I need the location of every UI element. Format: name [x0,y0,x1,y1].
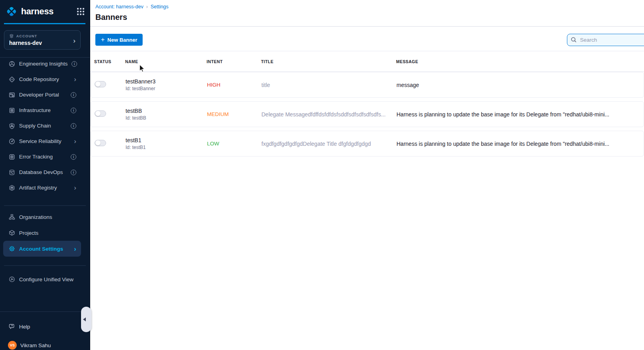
sidebar-item-label: Error Tracking [19,154,67,160]
page-title: Banners [95,13,127,22]
new-banner-label: New Banner [107,37,137,43]
banner-intent: HIGH [207,82,261,88]
banner-id: Id: testBB [126,115,207,121]
stack-icon [9,34,14,39]
sidebar-item-label: Developer Portal [19,92,67,98]
account-selector[interactable]: ACCOUNT harness-dev [4,30,81,50]
account-label: ACCOUNT [16,34,37,38]
service-reliability-icon [9,138,15,145]
plus-icon [101,37,104,43]
sidebar-item-label: Organizations [19,214,76,220]
sidebar-item-database-devops[interactable]: Database DevOps [0,164,81,180]
banner-name: testBanner3 [126,78,207,85]
sidebar-item-developer-portal[interactable]: Developer Portal [0,87,81,102]
sidebar: harness ACCOUNT harness-dev Engineering … [0,0,90,350]
sidebar-item-projects[interactable]: Projects [0,225,81,241]
chevron-right-icon [74,76,76,83]
user-name: Vikram Sahu [20,342,51,348]
banner-intent: MEDIUM [207,111,261,117]
code-repository-icon [9,76,15,83]
divider [90,26,644,27]
unified-view-icon [9,276,15,282]
organizations-icon [9,214,15,220]
brand-row: harness [0,0,90,23]
divider [0,311,90,312]
sidebar-item-service-reliability[interactable]: Service Reliability [0,133,81,149]
sidebar-item-label: Artifact Registry [19,185,70,191]
supply-chain-icon [9,123,15,129]
user-menu[interactable]: VS Vikram Sahu [0,340,90,350]
status-toggle[interactable] [95,81,106,87]
breadcrumb-settings-link[interactable]: Settings [151,4,168,10]
engineering-insights-icon [9,61,15,67]
sidebar-item-label: Service Reliability [19,138,70,144]
sidebar-collapse-handle[interactable] [81,307,91,332]
column-name: NAME [125,59,207,64]
chevron-right-icon [74,184,76,191]
sidebar-item-label: Database DevOps [19,169,67,175]
nav-group-misc: Configure Unified View [0,271,81,287]
chevron-right-icon [73,37,75,44]
toggle-knob [95,140,101,145]
column-status: STATUS [94,59,125,64]
table-body: testBanner3 Id: testBanner HIGH title me… [90,72,644,157]
info-icon [71,123,76,129]
toggle-knob [95,111,101,116]
table-row[interactable]: testB1 Id: testB1 LOW fxgdfgdfgdfgdfgdDe… [90,131,644,157]
table-header: STATUS NAME INTENT TITLE MESSAGE [90,51,644,72]
sidebar-item-help[interactable]: Help [0,319,81,335]
banners-table: STATUS NAME INTENT TITLE MESSAGE testBan… [90,51,644,160]
banner-message: message [396,82,637,88]
info-icon [71,108,76,113]
app-window: harness ACCOUNT harness-dev Engineering … [0,0,644,350]
search-input[interactable] [567,34,644,46]
banner-message: Harness is planning to update the base i… [396,111,637,118]
sidebar-item-organizations[interactable]: Organizations [0,209,81,225]
column-message: MESSAGE [396,59,638,64]
banner-name: testBB [126,108,207,114]
nav-group-modules: Engineering Insights Code Repository Dev… [0,56,81,195]
sidebar-item-error-tracking[interactable]: Error Tracking [0,149,81,164]
sidebar-item-label: Infrastructure [19,107,67,113]
harness-logo-icon [6,6,17,17]
sidebar-item-configure-unified-view[interactable]: Configure Unified View [0,271,81,287]
artifact-registry-icon [9,185,15,191]
avatar: VS [8,341,17,350]
banner-id: Id: testBanner [126,86,207,91]
divider [4,205,86,206]
sidebar-item-label: Supply Chain [19,123,67,129]
help-icon [9,323,15,330]
sidebar-item-engineering-insights[interactable]: Engineering Insights [0,56,81,72]
sidebar-item-infrastructure[interactable]: Infrastructure [0,102,81,118]
search-box [567,34,644,46]
sidebar-item-supply-chain[interactable]: Supply Chain [0,118,81,133]
new-banner-button[interactable]: New Banner [95,34,143,46]
banner-message: Harness is planning to update the base i… [396,141,637,147]
info-icon [71,92,76,98]
account-settings-icon [9,246,15,252]
sidebar-item-account-settings[interactable]: Account Settings [3,241,81,257]
table-row[interactable]: testBanner3 Id: testBanner HIGH title me… [90,72,644,98]
developer-portal-icon [9,92,15,98]
nav-group-account: Organizations Projects Account Settings [0,209,81,257]
sidebar-item-label: Code Repository [19,76,70,82]
sidebar-item-label: Configure Unified View [19,277,76,282]
app-grid-icon[interactable] [77,8,84,15]
sidebar-item-label: Projects [19,230,76,236]
table-row[interactable]: testBB Id: testBB MEDIUM Delegate Messag… [90,101,644,127]
sidebar-item-label: Engineering Insights [19,61,68,67]
status-toggle[interactable] [95,110,106,117]
breadcrumb-account-link[interactable]: Account: harness-dev [95,4,143,10]
banner-name: testB1 [126,137,207,143]
status-toggle[interactable] [95,140,106,146]
infrastructure-icon [9,107,15,114]
sidebar-item-code-repository[interactable]: Code Repository [0,72,81,87]
error-tracking-icon [9,154,15,160]
breadcrumb-separator-icon [146,4,148,10]
sidebar-item-artifact-registry[interactable]: Artifact Registry [0,180,81,195]
breadcrumb: Account: harness-dev Settings [95,4,168,10]
chevron-right-icon [74,138,76,145]
sidebar-item-label: Account Settings [19,246,70,252]
projects-icon [9,230,15,236]
banner-title: fxgdfgdfgdfgdfgdDelegate Title dfgfdgdfg… [261,141,396,147]
